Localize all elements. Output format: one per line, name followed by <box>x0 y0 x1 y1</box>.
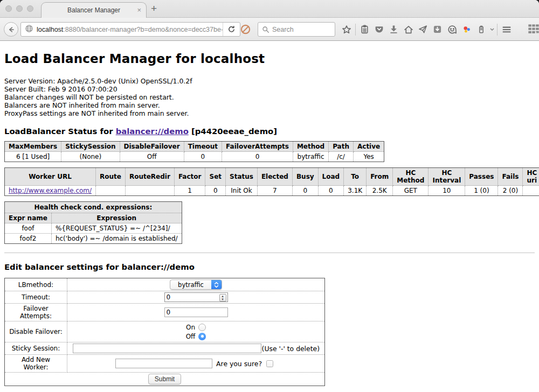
cell-failoverattempts: 0 <box>222 152 293 162</box>
edit-balancer-form: LBmethod: bytraffic Timeout: ▴▾ <box>4 278 325 386</box>
search-bar[interactable] <box>258 22 335 37</box>
reload-button[interactable] <box>223 23 240 36</box>
lbmethod-label: LBmethod: <box>5 278 67 291</box>
clipboard-icon[interactable] <box>357 22 372 37</box>
col-expr-name: Expr name <box>5 213 52 223</box>
number-stepper-icon[interactable]: ▴▾ <box>219 294 226 302</box>
failover-attempts-input[interactable] <box>164 307 228 317</box>
cell-disablefailover: Off <box>120 152 184 162</box>
col-passes: Passes <box>465 168 498 186</box>
tab-bar: Balancer Manager × + <box>0 0 539 18</box>
cell-path: /c/ <box>329 152 354 162</box>
radio-on-label: On <box>186 324 195 331</box>
col-busy: Busy <box>292 168 318 186</box>
col-factor: Factor <box>174 168 205 186</box>
cell-elected: 7 <box>257 186 292 196</box>
col-elected: Elected <box>257 168 292 186</box>
browser-window: Balancer Manager × + localhost:8880/bala… <box>0 0 539 392</box>
disable-failover-on-radio[interactable] <box>198 324 206 331</box>
addon-download-icon[interactable] <box>430 22 445 37</box>
health-check-table: Health check cond. expressions: Expr nam… <box>4 201 182 244</box>
edit-balancer-heading: Edit balancer settings for balancer://de… <box>4 262 539 271</box>
status-heading-prefix: LoadBalancer Status for <box>4 127 116 136</box>
cell-busy: 0 <box>292 186 318 196</box>
tab-balancer-manager[interactable]: Balancer Manager × <box>41 2 147 18</box>
submit-row: Submit <box>5 373 325 386</box>
content-block-icon[interactable] <box>240 24 251 37</box>
url-host: localhost <box>37 26 63 33</box>
back-button[interactable] <box>4 22 18 37</box>
pocket-icon[interactable] <box>372 22 386 37</box>
col-route: Route <box>96 168 126 186</box>
cell-timeout: 0 <box>184 152 222 162</box>
url-path: :8880/balancer-manager?b=demo&nonce=decc… <box>63 26 223 33</box>
health-table-title: Health check cond. expressions: <box>5 202 182 213</box>
cell-passes: 1 (0) <box>465 186 498 196</box>
cell-load: 0 <box>318 186 344 196</box>
col-to: To <box>344 168 367 186</box>
lbmethod-select[interactable]: bytraffic <box>170 279 222 290</box>
tile-view-icon[interactable] <box>526 22 539 37</box>
disable-failover-off-radio[interactable] <box>198 333 206 340</box>
page-content: Load Balancer Manager for localhost Serv… <box>0 41 539 392</box>
navigation-toolbar: localhost:8880/balancer-manager?b=demo&n… <box>0 18 539 41</box>
sticky-session-input[interactable] <box>73 344 261 353</box>
home-icon[interactable] <box>401 22 416 37</box>
cell-set: 0 <box>205 186 226 196</box>
downloads-icon[interactable] <box>386 22 401 37</box>
url-text[interactable]: localhost:8880/balancer-manager?b=demo&n… <box>37 26 223 33</box>
zoom-window-button[interactable] <box>27 5 33 12</box>
submit-button[interactable]: Submit <box>148 374 181 384</box>
close-window-button[interactable] <box>5 5 12 12</box>
balancer-demo-link[interactable]: balancer://demo <box>116 127 189 136</box>
url-bar[interactable]: localhost:8880/balancer-manager?b=demo&n… <box>20 22 240 37</box>
cell-active: Yes <box>353 152 384 162</box>
timeout-row: Timeout: ▴▾ <box>5 291 325 304</box>
col-fails: Fails <box>498 168 523 186</box>
add-worker-input[interactable] <box>115 359 212 368</box>
cell-stickysession: (None) <box>61 152 120 162</box>
new-tab-button[interactable]: + <box>151 3 157 15</box>
col-worker-url: Worker URL <box>5 168 96 186</box>
col-disablefailover: DisableFailover <box>120 142 184 152</box>
notes-icon[interactable] <box>474 22 488 37</box>
traffic-lights <box>5 5 33 12</box>
col-method: Method <box>293 142 328 152</box>
timeout-label: Timeout: <box>5 291 67 304</box>
search-input[interactable] <box>272 26 326 33</box>
disable-failover-row: Disable Failover: On Off <box>5 321 325 342</box>
toolbar-overflow-caret-icon[interactable] <box>488 22 495 37</box>
table-header-row: MaxMembers StickySession DisableFailover… <box>5 142 384 152</box>
cell-hc-interval: 10 <box>429 186 465 196</box>
table-row: http://www.example.com/ 1 0 Init Ok 7 0 … <box>5 186 539 196</box>
color-dots-icon[interactable] <box>459 22 474 37</box>
search-icon <box>262 26 270 33</box>
send-icon[interactable] <box>416 22 430 37</box>
minimize-window-button[interactable] <box>16 5 23 12</box>
disable-failover-label: Disable Failover: <box>5 321 67 342</box>
col-timeout: Timeout <box>184 142 222 152</box>
table-header-row: Expr name Expression <box>5 213 182 223</box>
lbmethod-selected-value: bytraffic <box>170 281 211 289</box>
timeout-input[interactable] <box>164 292 228 302</box>
tab-close-icon[interactable]: × <box>137 6 141 14</box>
server-info: Server Version: Apache/2.5.0-dev (Unix) … <box>4 77 539 117</box>
tab-title: Balancer Manager <box>67 6 120 14</box>
add-worker-row: Add New Worker: Are you sure? <box>5 355 325 373</box>
site-identity-globe-icon[interactable] <box>25 24 33 35</box>
cell-expr-name: foof2 <box>5 234 52 244</box>
col-path: Path <box>329 142 354 152</box>
col-routeredir: RouteRedir <box>125 168 174 186</box>
bookmark-star-icon[interactable] <box>339 22 354 37</box>
sticky-session-row: Sticky Session: (Use '-' to delete) <box>5 342 325 355</box>
inherit-note-line: Balancers are NOT inherited from main se… <box>4 101 539 109</box>
col-maxmembers: MaxMembers <box>5 142 61 152</box>
table-row: 6 [1 Used] (None) Off 0 0 bytraffic /c/ … <box>5 152 384 162</box>
chat-smiley-icon[interactable] <box>445 22 459 37</box>
cell-to: 3.1K <box>344 186 367 196</box>
cell-expression: hc('body') =~ /domain is established/ <box>51 234 182 244</box>
menu-hamburger-icon[interactable] <box>499 22 514 37</box>
cell-maxmembers: 6 [1 Used] <box>5 152 61 162</box>
worker-url-link[interactable]: http://www.example.com/ <box>9 187 92 194</box>
are-you-sure-checkbox[interactable] <box>266 360 273 367</box>
